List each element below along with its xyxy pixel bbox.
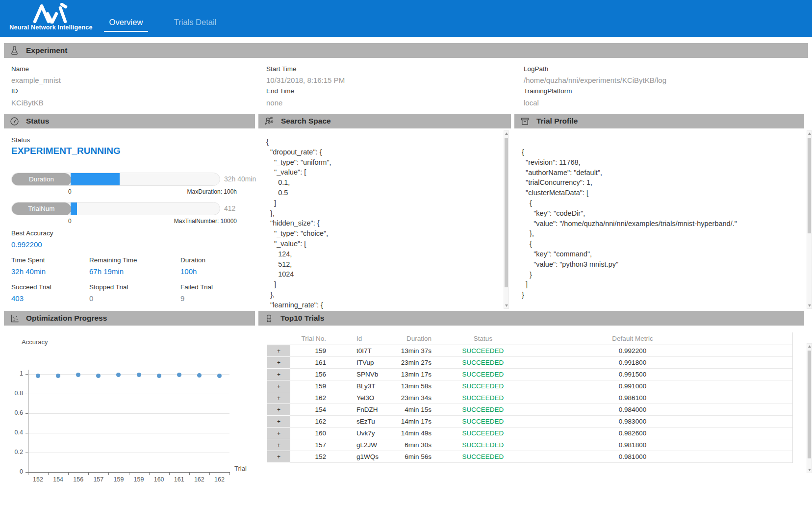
expand-row-button[interactable]: + [267,451,290,463]
x-tick-label: 157 [89,476,108,483]
tab-trials-detail[interactable]: Trials Detail [171,18,220,31]
remaining-time-value: 67h 19min [89,267,124,276]
cell-trial-no: 157 [290,439,338,451]
field-endtime-label: End Time [266,87,294,95]
cell-id: t0I7T [338,345,392,357]
plot-area: 00.20.40.60.8115215415615715915916016116… [0,326,256,492]
time-spent-value: 32h 40min [11,267,46,276]
table-row: + 162 Yel3O 23min 34s SUCCEEDED 0.986100 [267,392,792,404]
expand-row-button[interactable]: + [267,404,290,416]
cell-trial-no: 154 [290,404,338,416]
y-tick-label: 1 [3,370,23,377]
duration-progress-fill [71,173,120,186]
expand-row-button[interactable]: + [267,428,290,439]
x-tick-label: 162 [209,476,229,483]
cell-duration: 6min 56s [392,451,436,463]
cell-status: SUCCEEDED [436,428,530,439]
cell-id: Uvk7y [338,428,392,439]
scatter-point [36,374,40,378]
table-row: + 159 BLy3T 13min 58s SUCCEEDED 0.991000 [267,380,792,392]
expand-row-button[interactable]: + [267,416,290,428]
y-tick-label: 0.2 [3,449,23,455]
table-row: + 154 FnDZH 4min 15s SUCCEEDED 0.984000 [267,404,792,416]
x-tick-label: 159 [109,476,128,483]
expand-row-button[interactable]: + [267,357,290,369]
col-default-metric: Default Metric [530,332,736,345]
remaining-time-label: Remaining Time [89,256,137,264]
search-space-section-header: Search Space [258,114,511,128]
scrollbar-thumb[interactable] [808,351,811,458]
trial-profile-scrollbar[interactable] [807,130,812,309]
scroll-down-icon[interactable] [807,303,812,308]
nni-logo-icon [31,3,71,24]
cell-status: SUCCEEDED [436,404,530,416]
x-tick-label: 154 [49,476,68,483]
x-tick-label: 159 [129,476,149,483]
best-accuracy-value: 0.992200 [11,240,42,249]
y-tick-label: 0.6 [3,409,23,416]
cell-metric: 0.984000 [530,404,736,416]
cell-status: SUCCEEDED [436,416,530,428]
search-space-scrollbar[interactable] [504,130,509,309]
status-section-header: Status [4,114,255,128]
col-status: Status [436,332,530,345]
cell-id: FnDZH [338,404,392,416]
scatter-point [157,374,161,378]
scatter-point [197,373,202,378]
duration-progressbar: Duration [11,173,220,186]
cell-status: SUCCEEDED [436,369,530,380]
scroll-up-icon[interactable] [504,131,508,136]
col-filler [736,332,792,345]
scroll-up-icon[interactable] [807,131,812,136]
top10-scrollbar[interactable] [807,343,812,473]
experiment-section-header: Experiment [4,43,808,58]
search-space-icon [264,116,275,126]
cell-trial-no: 152 [290,451,338,463]
app-header: Neural Network Intelligence Overview Tri… [0,0,812,37]
cell-id: Yel3O [338,392,392,404]
gauge-icon [9,116,20,126]
expand-row-button[interactable]: + [267,369,290,380]
x-tick-label: 161 [169,476,189,483]
expand-column-header [267,332,290,345]
accuracy-scatter-chart: Accuracy Trial 00.20.40.60.8115215415615… [0,326,256,492]
nni-logo[interactable]: Neural Network Intelligence [7,2,95,31]
duration-min: 0 [68,188,72,195]
trialnum-progress-fill [71,202,77,215]
tab-overview[interactable]: Overview [104,18,148,32]
cell-duration: 23min 27s [392,357,436,369]
cell-duration: 4min 15s [392,404,436,416]
scroll-up-icon[interactable] [807,344,812,349]
trialnum-progress-value: 412 [224,202,235,215]
scroll-down-icon[interactable] [504,303,508,308]
y-tick-label: 0 [3,468,23,475]
trialnum-progressbar: TrialNum [11,202,220,215]
search-space-section-title: Search Space [281,117,331,126]
top10-section-title: Top10 Trials [280,314,324,323]
expand-row-button[interactable]: + [267,392,290,404]
x-tick-label: 156 [69,476,88,483]
optimization-section-title: Optimization Progress [26,314,107,323]
expand-row-button[interactable]: + [267,345,290,357]
scatter-point [116,373,121,377]
duration-progress-label: Duration [12,173,71,186]
cell-id: BLy3T [338,380,392,392]
y-tick-label: 0.4 [3,429,23,436]
expand-row-button[interactable]: + [267,380,290,392]
field-platform-label: TrainingPlatform [524,87,572,95]
scrollbar-thumb[interactable] [808,138,811,233]
scrollbar-thumb[interactable] [505,138,508,287]
table-header-row: Trial No. Id Duration Status Default Met… [267,332,792,345]
field-name-value: example_mnist [11,76,61,84]
scroll-down-icon[interactable] [807,467,812,473]
status-section-title: Status [26,117,49,126]
stopped-trial-label: Stopped Trial [89,283,128,291]
cell-metric: 0.981000 [530,451,736,463]
failed-trial-label: Failed Trial [180,283,213,291]
col-id: Id [338,332,392,345]
cell-id: g1WQs [338,451,392,463]
cell-metric: 0.991800 [530,357,736,369]
cell-metric: 0.986100 [530,392,736,404]
cell-trial-no: 156 [290,369,338,380]
expand-row-button[interactable]: + [267,439,290,451]
